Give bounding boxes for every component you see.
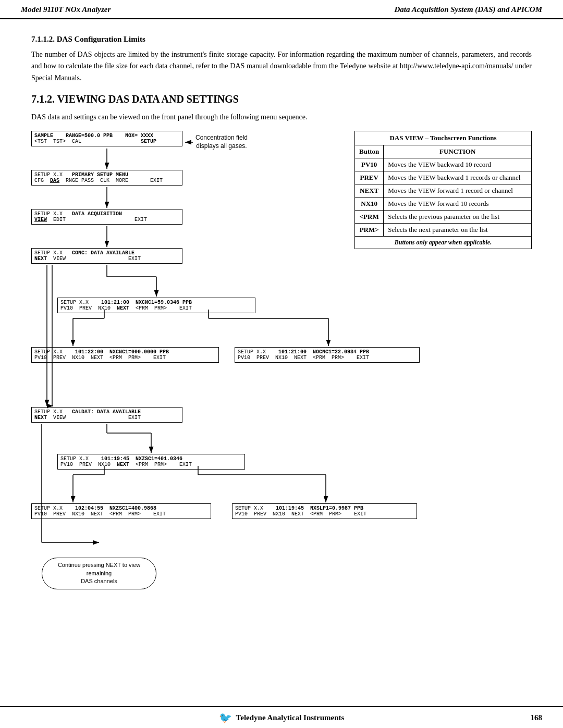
screen-nxslp1-right: SETUP X.X 101:19:45 NXSLP1=0.9987 PPB PV… [232, 503, 417, 519]
das-view-table: DAS VIEW – Touchscreen Functions Button … [354, 131, 532, 249]
table-row: <PRMSelects the previous parameter on th… [355, 210, 532, 223]
screen-nxcnc1-left: SETUP X.X 101:22:00 NXCNC1=000.0000 PPB … [31, 347, 219, 363]
function-cell: Selects the previous parameter on the li… [384, 210, 532, 223]
section-712-intro: DAS data and settings can be viewed on t… [31, 112, 532, 123]
main-content: 7.1.1.2. DAS Configuration Limits The nu… [0, 19, 563, 706]
function-cell: Selects the next parameter on the list [384, 223, 532, 236]
function-cell: Moves the VIEW backward 1 records or cha… [384, 171, 532, 184]
section-711-title: 7.1.1.2. DAS Configuration Limits [31, 35, 532, 44]
balloon-note: Continue pressing NEXT to view remaining… [42, 558, 156, 589]
button-cell: <PRM [355, 210, 384, 223]
section-711-body: The number of DAS objects are limited by… [31, 49, 532, 84]
table-row: NEXTMoves the VIEW forward 1 record or c… [355, 184, 532, 197]
table-row: PRM>Selects the next parameter on the li… [355, 223, 532, 236]
table-row: PREVMoves the VIEW backward 1 records or… [355, 171, 532, 184]
footer-text: Teledyne Analytical Instruments [236, 713, 345, 722]
screen-nxzsc1-left: SETUP X.X 102:04:55 NXZSC1=400.9868 PV10… [31, 503, 211, 519]
function-cell: Moves the VIEW backward 10 record [384, 158, 532, 171]
button-cell: PREV [355, 171, 384, 184]
page-header: Model 9110T NOx Analyzer Data Acquisitio… [0, 0, 563, 19]
diagram-area: SAMPLE RANGE=500.0 PPB NOX= XXXX <TST TS… [31, 131, 532, 600]
header-left: Model 9110T NOx Analyzer [21, 5, 111, 14]
screen-conc-avail: SETUP X.X CONC: DATA AVAILABLE NEXT VIEW… [31, 248, 182, 264]
screen-sample: SAMPLE RANGE=500.0 PPB NOX= XXXX <TST TS… [31, 131, 182, 146]
footer-logo: 🐦 Teledyne Analytical Instruments [219, 711, 345, 724]
diagram-right: DAS VIEW – Touchscreen Functions Button … [354, 131, 532, 600]
table-row: NX10Moves the VIEW forward 10 records [355, 197, 532, 210]
das-view-note: Buttons only appear when applicable. [355, 236, 532, 249]
screen-caldat-avail: SETUP X.X CALDAT: DATA AVAILABLE NEXT VI… [31, 407, 182, 423]
screen-nocnc1-right: SETUP X.X 101:21:00 NOCNC1=22.0934 PPB P… [235, 347, 420, 363]
conc-note: Concentration fielddisplays all gases. [193, 133, 250, 151]
header-right: Data Acquisition System (DAS) and APICOM [394, 5, 542, 14]
button-cell: NEXT [355, 184, 384, 197]
diagram-left: SAMPLE RANGE=500.0 PPB NOX= XXXX <TST TS… [31, 131, 344, 600]
table-row: PV10Moves the VIEW backward 10 record [355, 158, 532, 171]
diagram-arrows [31, 131, 344, 600]
bird-icon: 🐦 [219, 711, 232, 724]
button-cell: NX10 [355, 197, 384, 210]
button-cell: PRM> [355, 223, 384, 236]
screen-nxzsc1-center: SETUP X.X 101:19:45 NXZSC1=401.0346 PV10… [57, 454, 245, 470]
das-view-title: DAS VIEW – Touchscreen Functions [355, 131, 532, 145]
section-712-title: 7.1.2. VIEWING DAS DATA AND SETTINGS [31, 93, 532, 105]
page-number: 168 [531, 713, 543, 722]
page: Model 9110T NOx Analyzer Data Acquisitio… [0, 0, 563, 728]
function-cell: Moves the VIEW forward 10 records [384, 197, 532, 210]
col-function: FUNCTION [384, 145, 532, 158]
screen-primary-setup: SETUP X.X PRIMARY SETUP MENU CFG DAS RNG… [31, 170, 182, 186]
screen-nxcnc1-center: SETUP X.X 101:21:00 NXCNC1=59.0346 PPB P… [57, 298, 255, 313]
page-footer: 🐦 Teledyne Analytical Instruments 168 [0, 706, 563, 728]
col-button: Button [355, 145, 384, 158]
button-cell: PV10 [355, 158, 384, 171]
function-cell: Moves the VIEW forward 1 record or chann… [384, 184, 532, 197]
screen-data-acq: SETUP X.X DATA ACQUISITION VIEW EDIT EXI… [31, 209, 182, 225]
